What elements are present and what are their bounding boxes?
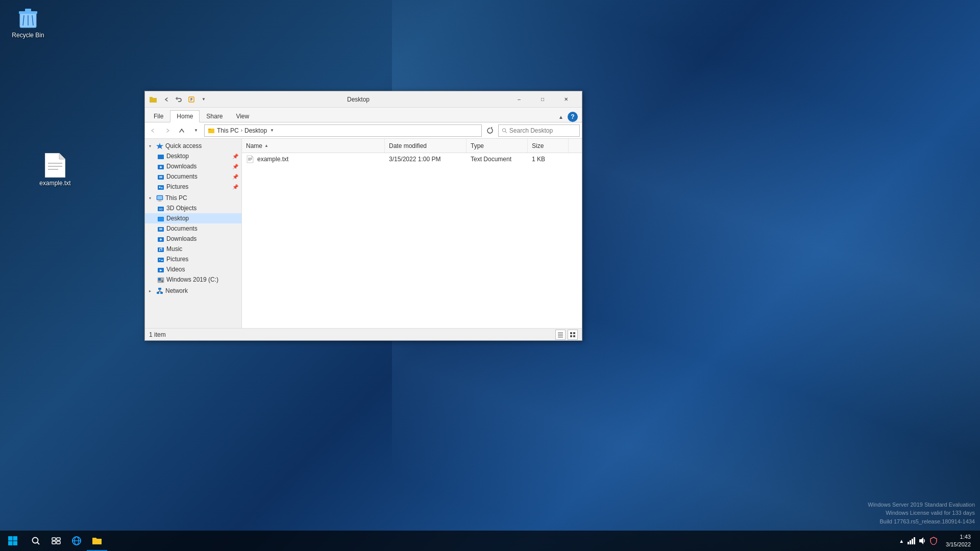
- tray-expand-icon[interactable]: ▲: [899, 538, 904, 544]
- qat-back-btn[interactable]: [161, 94, 173, 105]
- col-name-label: Name: [246, 142, 262, 149]
- system-tray: ▲: [895, 537, 942, 545]
- svg-point-49: [162, 281, 163, 282]
- qat-properties-btn[interactable]: [186, 94, 197, 105]
- pin-icon-downloads-qa: 📌: [232, 164, 238, 169]
- sidebar-item-pictures-pc[interactable]: Pictures: [145, 254, 241, 264]
- internet-explorer-taskbar[interactable]: [66, 531, 87, 551]
- tab-home[interactable]: Home: [170, 110, 200, 122]
- svg-rect-84: [912, 539, 913, 544]
- this-pc-label: This PC: [165, 194, 187, 202]
- videos-folder-icon: [157, 266, 164, 273]
- minimize-button[interactable]: –: [507, 91, 531, 108]
- nav-back-btn[interactable]: [147, 124, 159, 137]
- sidebar-network-header[interactable]: ▸ Network: [145, 286, 241, 296]
- table-row[interactable]: example.txt 3/15/2022 1:00 PM Text Docum…: [242, 153, 582, 165]
- nav-forward-btn[interactable]: [161, 124, 174, 137]
- nav-up-btn[interactable]: [176, 124, 188, 137]
- col-header-name[interactable]: Name ▲: [242, 139, 385, 153]
- col-header-type[interactable]: Type: [467, 139, 528, 153]
- svg-rect-51: [157, 292, 159, 294]
- sidebar-item-documents-qa[interactable]: Documents 📌: [145, 171, 241, 182]
- file-type-value: Text Document: [471, 156, 511, 163]
- taskbar: ▲ 1:43 3/15/2022: [0, 531, 980, 551]
- svg-point-18: [502, 128, 505, 131]
- tab-file[interactable]: File: [147, 110, 170, 122]
- svg-rect-68: [573, 335, 575, 337]
- sidebar-item-pictures-qa[interactable]: Pictures 📌: [145, 182, 241, 192]
- file-date-value: 3/15/2022 1:00 PM: [389, 156, 440, 163]
- watermark-line3: Build 17763.rs5_release.180914-1434: [868, 517, 975, 526]
- watermark-line2: Windows License valid for 133 days: [868, 509, 975, 517]
- pin-icon-desktop-qa: 📌: [232, 154, 238, 159]
- close-button[interactable]: ✕: [554, 91, 578, 108]
- tab-share[interactable]: Share: [200, 110, 229, 122]
- sidebar-item-music[interactable]: Music: [145, 244, 241, 254]
- task-view-btn[interactable]: [46, 531, 66, 551]
- sidebar-documents-qa-label: Documents: [166, 173, 198, 180]
- svg-point-27: [159, 187, 161, 188]
- taskbar-search-btn[interactable]: [26, 531, 46, 551]
- sidebar-downloads-pc-label: Downloads: [166, 235, 197, 242]
- sidebar-item-documents-pc[interactable]: Documents: [145, 223, 241, 234]
- qat-undo-btn[interactable]: [174, 94, 185, 105]
- search-box[interactable]: [498, 124, 580, 137]
- sidebar-item-downloads-pc[interactable]: Downloads: [145, 234, 241, 244]
- svg-rect-30: [158, 201, 162, 202]
- details-view-btn[interactable]: [555, 330, 566, 340]
- nav-recent-btn[interactable]: ▼: [190, 124, 202, 137]
- desktop-file-example-txt[interactable]: example.txt: [35, 153, 76, 187]
- svg-rect-16: [208, 130, 214, 133]
- sidebar-item-3d-objects[interactable]: 3D 3D Objects: [145, 203, 241, 213]
- txt-file-icon: [246, 155, 254, 163]
- col-header-size[interactable]: Size: [528, 139, 569, 153]
- sidebar-item-desktop-pc[interactable]: Desktop: [145, 213, 241, 223]
- svg-text:3D: 3D: [159, 208, 163, 211]
- ribbon: File Home Share View ▲ ?: [145, 108, 582, 122]
- sidebar-videos-label: Videos: [166, 266, 185, 273]
- view-mode-buttons: [555, 330, 578, 340]
- breadcrumb-sep1: ›: [241, 128, 242, 133]
- sidebar-item-desktop-qa[interactable]: Desktop 📌: [145, 151, 241, 161]
- pictures-folder-icon-qa: [157, 183, 164, 190]
- breadcrumb-dropdown[interactable]: ▼: [270, 128, 274, 133]
- svg-rect-85: [914, 537, 915, 544]
- ribbon-help-btn[interactable]: ?: [568, 112, 578, 122]
- expand-icon-pc: ▾: [149, 196, 154, 201]
- svg-line-74: [37, 542, 39, 544]
- address-bar[interactable]: This PC › Desktop ▼: [204, 124, 482, 137]
- start-button[interactable]: [0, 531, 26, 551]
- sidebar-item-videos[interactable]: Videos: [145, 264, 241, 274]
- col-header-date[interactable]: Date modified: [385, 139, 467, 153]
- qat-dropdown-btn[interactable]: ▼: [198, 94, 209, 105]
- status-text: 1 item: [149, 331, 166, 338]
- tiles-view-btn[interactable]: [568, 330, 578, 340]
- title-bar: ▼ Desktop – □ ✕: [145, 91, 582, 108]
- this-pc-icon: [156, 194, 163, 202]
- expand-icon-qa: ▾: [149, 144, 154, 148]
- sidebar-item-downloads-qa[interactable]: Downloads 📌: [145, 161, 241, 171]
- sidebar-quick-access-header[interactable]: ▾ Quick access: [145, 141, 241, 151]
- tab-view[interactable]: View: [229, 110, 256, 122]
- maximize-button[interactable]: □: [531, 91, 554, 108]
- svg-rect-48: [158, 278, 161, 281]
- downloads-folder-icon-pc: [157, 235, 164, 242]
- breadcrumb-thispc[interactable]: This PC: [217, 127, 239, 134]
- downloads-folder-icon-qa: [157, 163, 164, 170]
- recycle-bin-icon[interactable]: Recycle Bin: [8, 5, 48, 39]
- file-size-col: 1 KB: [528, 153, 569, 165]
- svg-rect-2: [25, 9, 31, 12]
- taskbar-clock[interactable]: 1:43 3/15/2022: [942, 533, 975, 549]
- desktop-folder-icon-qa: [157, 153, 164, 160]
- sidebar-item-windows-c[interactable]: Windows 2019 (C:): [145, 274, 241, 285]
- sort-icon-name: ▲: [264, 143, 268, 148]
- ribbon-collapse-btn[interactable]: ▲: [556, 113, 566, 121]
- pictures-folder-icon-pc: [157, 256, 164, 263]
- sidebar-this-pc-header[interactable]: ▾ This PC: [145, 193, 241, 203]
- refresh-btn[interactable]: [484, 124, 496, 137]
- svg-point-41: [159, 250, 160, 251]
- title-folder-icon: [149, 95, 157, 104]
- breadcrumb-desktop[interactable]: Desktop: [244, 127, 267, 134]
- file-explorer-taskbar[interactable]: [87, 531, 107, 551]
- search-input[interactable]: [509, 127, 576, 134]
